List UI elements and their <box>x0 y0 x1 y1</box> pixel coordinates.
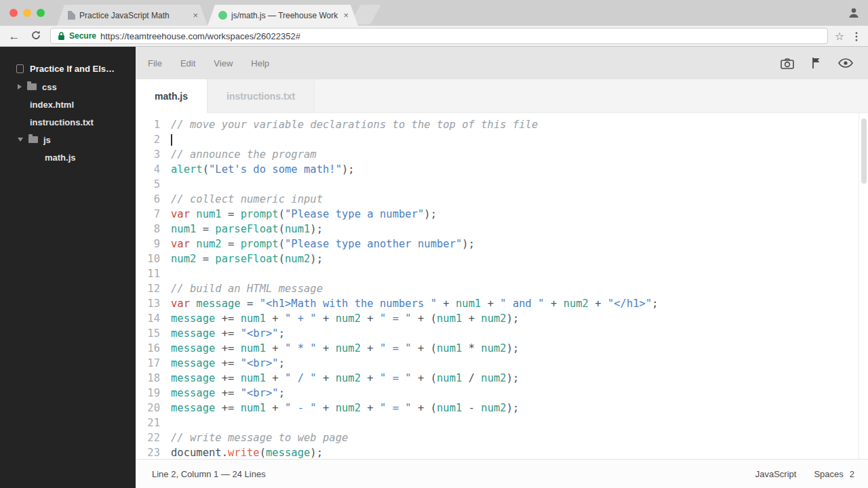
code-line[interactable]: 17message += "<br>"; <box>136 356 868 371</box>
code-line[interactable]: 10num2 = parseFloat(num2); <box>136 251 868 266</box>
code-line[interactable]: 15message += "<br>"; <box>136 326 868 341</box>
sidebar-item-index-html[interactable]: index.html <box>0 96 136 113</box>
flag-icon[interactable] <box>812 57 821 69</box>
code-text: var num1 = prompt("Please type a number"… <box>171 207 437 222</box>
code-line[interactable]: 21 <box>136 415 868 430</box>
language-label[interactable]: JavaScript <box>755 469 797 479</box>
menu-edit[interactable]: Edit <box>180 58 195 68</box>
code-text: // build an HTML message <box>171 281 323 296</box>
code-line[interactable]: 14message += num1 + " + " + num2 + " = "… <box>136 311 868 326</box>
code-text: var num2 = prompt("Please type another n… <box>171 237 475 251</box>
fullscreen-window-button[interactable] <box>37 9 45 17</box>
code-line[interactable]: 3// announce the program <box>136 147 868 162</box>
workspace-toolbar-icons <box>781 57 853 69</box>
scrollbar-thumb[interactable] <box>861 119 867 184</box>
code-text: message += "<br>"; <box>171 326 285 341</box>
editor-tab-math-js[interactable]: math.js <box>136 79 208 113</box>
project-title: Practice If and Els… <box>30 64 115 74</box>
sidebar-item-instructions-txt[interactable]: instructions.txt <box>0 113 136 131</box>
security-label: Secure <box>69 31 96 41</box>
bookmark-star-icon[interactable]: ☆ <box>835 30 844 43</box>
avatar-icon[interactable] <box>846 5 861 20</box>
back-button[interactable]: ← <box>7 30 22 42</box>
minimize-window-button[interactable] <box>23 9 31 17</box>
line-number: 8 <box>136 222 160 237</box>
code-line[interactable]: 8num1 = parseFloat(num1); <box>136 222 868 237</box>
close-tab-icon[interactable]: × <box>191 9 199 21</box>
line-number: 16 <box>136 341 160 356</box>
camera-icon[interactable] <box>781 58 794 69</box>
code-text: // write message to web page <box>171 430 348 445</box>
url-text[interactable]: https://teamtreehouse.com/workspaces/260… <box>100 31 300 41</box>
line-number: 11 <box>136 266 160 281</box>
code-line[interactable]: 1// move your variable declarations to t… <box>136 117 868 132</box>
code-text: num1 = parseFloat(num1); <box>171 222 323 237</box>
code-line[interactable]: 12// build an HTML message <box>136 281 868 296</box>
sidebar-item-js[interactable]: js <box>0 131 136 148</box>
tab-title: js/math.js — Treehouse Works <box>231 11 338 20</box>
code-text: message += num1 + " * " + num2 + " = " +… <box>171 341 519 356</box>
sidebar-item-math-js[interactable]: math.js <box>0 148 136 166</box>
line-number: 17 <box>136 356 160 371</box>
menu-help[interactable]: Help <box>251 58 269 68</box>
code-line[interactable]: 7var num1 = prompt("Please type a number… <box>136 207 868 222</box>
line-number: 22 <box>136 430 160 445</box>
editor-statusbar: Line 2, Column 1 — 24 Lines JavaScript S… <box>136 459 868 488</box>
workspace-page: Practice If and Els… css index.html inst… <box>0 47 868 488</box>
line-number: 12 <box>136 281 160 296</box>
code-text: message += "<br>"; <box>171 386 285 401</box>
editor-tab-bar: math.js instructions.txt <box>136 79 868 113</box>
caret-down-icon[interactable] <box>18 138 23 142</box>
cursor-position-label: Line 2, Column 1 — 24 Lines <box>152 469 266 479</box>
code-line[interactable]: 6// collect numeric input <box>136 192 868 207</box>
line-number: 20 <box>136 401 160 415</box>
editor-scrollbar[interactable] <box>859 113 868 459</box>
indentation-label[interactable]: Spaces 2 <box>814 469 854 479</box>
reload-button[interactable] <box>28 30 43 43</box>
sidebar-item-css[interactable]: css <box>0 78 136 96</box>
code-line[interactable]: 16message += num1 + " * " + num2 + " = "… <box>136 341 868 356</box>
browser-tab-strip: Practice JavaScript Math × js/math.js — … <box>0 0 868 26</box>
menu-view[interactable]: View <box>214 58 233 68</box>
code-line[interactable]: 23document.write(message); <box>136 445 868 459</box>
treehouse-favicon-icon <box>218 11 227 20</box>
code-line[interactable]: 2 <box>136 132 868 147</box>
editor-tab-label: instructions.txt <box>226 91 295 102</box>
browser-tab-workspace[interactable]: js/math.js — Treehouse Works × <box>208 5 358 26</box>
line-number: 6 <box>136 192 160 207</box>
file-tree-sidebar: Practice If and Els… css index.html inst… <box>0 47 136 488</box>
code-line[interactable]: 20message += num1 + " - " + num2 + " = "… <box>136 401 868 415</box>
line-number: 23 <box>136 445 160 459</box>
code-text: message += num1 + " - " + num2 + " = " +… <box>171 401 519 415</box>
file-label: index.html <box>30 100 74 110</box>
editor-tab-instructions-txt[interactable]: instructions.txt <box>208 79 315 113</box>
editor-tab-label: math.js <box>155 91 188 102</box>
code-line[interactable]: 22// write message to web page <box>136 430 868 445</box>
caret-right-icon[interactable] <box>18 84 22 89</box>
browser-tab-practice[interactable]: Practice JavaScript Math × <box>57 5 208 26</box>
eye-icon[interactable] <box>838 58 853 68</box>
folder-label: js <box>43 135 51 145</box>
close-tab-icon[interactable]: × <box>342 9 350 21</box>
code-line[interactable]: 4alert("Let's do some math!"); <box>136 162 868 177</box>
code-text: num2 = parseFloat(num2); <box>171 251 323 266</box>
code-line[interactable]: 18message += num1 + " / " + num2 + " = "… <box>136 371 868 386</box>
line-number: 2 <box>136 132 160 147</box>
line-number: 19 <box>136 386 160 401</box>
code-editor[interactable]: 1// move your variable declarations to t… <box>136 113 868 459</box>
menu-file[interactable]: File <box>148 58 162 68</box>
code-line[interactable]: 9var num2 = prompt("Please type another … <box>136 237 868 251</box>
code-line[interactable]: 5 <box>136 177 868 192</box>
line-number: 10 <box>136 251 160 266</box>
project-title-row[interactable]: Practice If and Els… <box>0 59 136 78</box>
line-number: 7 <box>136 207 160 222</box>
code-line[interactable]: 13var message = "<h1>Math with the numbe… <box>136 296 868 311</box>
code-text: // announce the program <box>171 147 317 162</box>
browser-menu-icon[interactable]: ⋮ <box>851 30 861 43</box>
code-line[interactable]: 19message += "<br>"; <box>136 386 868 401</box>
close-window-button[interactable] <box>9 9 18 17</box>
address-bar[interactable]: Secure https://teamtreehouse.com/workspa… <box>50 28 828 44</box>
code-text: message += "<br>"; <box>171 356 285 371</box>
window-controls <box>9 9 45 17</box>
code-line[interactable]: 11 <box>136 266 868 281</box>
